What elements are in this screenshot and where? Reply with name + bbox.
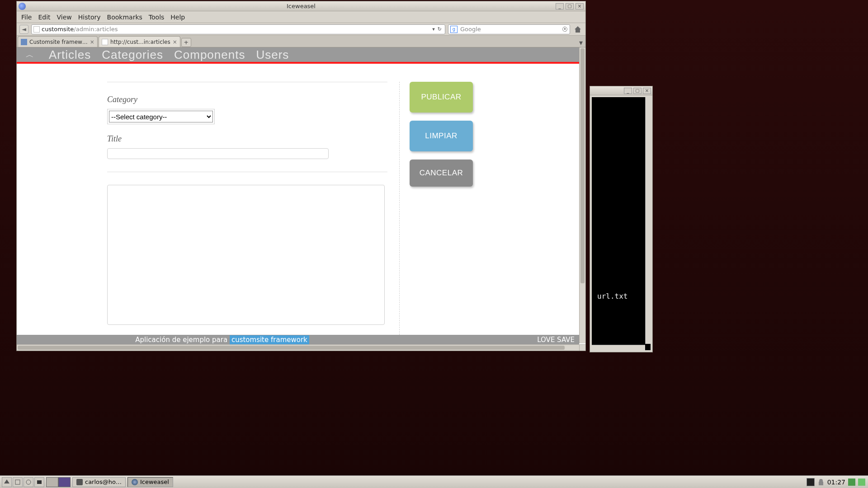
logout-icon[interactable] [858,479,865,486]
publish-button[interactable]: PUBLICAR [410,82,473,113]
search-engine-icon[interactable]: g [450,26,458,33]
form-column: Category --Select category-- Title [107,82,387,335]
nav-components[interactable]: Components [174,48,245,62]
desktop: Iceweasel _ ▢ × File Edit View History B… [0,0,868,488]
menu-view[interactable]: View [57,14,72,21]
url-path: /admin:articles [74,26,118,33]
filename-text: url.txt [597,292,627,300]
task-label: Iceweasel [140,479,169,485]
menubar: File Edit View History Bookmarks Tools H… [17,11,585,23]
launcher-tray [0,477,46,487]
toolbar: ◄ customsite/admin:articles ▾ ↻ g Google… [17,23,585,36]
horizontal-scrollbar[interactable] [17,344,579,351]
nav-categories[interactable]: Categories [102,48,163,62]
search-bar[interactable]: g Google ⦿ [448,24,570,34]
footer-right: LOVE SAVE [537,336,575,344]
tab-favicon-icon [21,39,27,45]
clock[interactable]: 01:27 [827,479,845,486]
vertical-scrollbar[interactable] [579,47,585,343]
scroll-thumb[interactable] [18,346,565,350]
new-tab-button[interactable]: + [181,38,191,47]
nav-articles[interactable]: Articles [49,48,91,62]
menu-history[interactable]: History [78,14,101,21]
svg-rect-2 [37,480,42,484]
file-manager-launcher[interactable] [13,477,23,487]
window-title: Iceweasel [17,3,585,9]
titlebar[interactable]: _ ▢ × [590,86,652,95]
task-terminal[interactable]: carlos@ho… [72,477,126,487]
nav-users[interactable]: Users [256,48,289,62]
iceweasel-window: Iceweasel _ ▢ × File Edit View History B… [16,1,586,351]
home-button[interactable] [573,24,583,34]
footer-text: Aplicación de ejemplo para customsite fr… [135,336,309,344]
page-content: ︿ Articles Categories Components Users C… [17,47,579,344]
terminal-launcher[interactable] [34,477,44,487]
page-favicon-icon [33,26,40,33]
browser-launcher[interactable] [24,477,33,487]
maximize-button[interactable]: ▢ [566,3,574,9]
tab-close-icon[interactable]: × [173,39,177,45]
menu-file[interactable]: File [21,14,32,21]
category-select[interactable]: --Select category-- [109,111,213,122]
menu-tools[interactable]: Tools [149,14,165,21]
close-button[interactable]: × [576,3,584,9]
footer-link[interactable]: customsite framework [230,335,309,344]
admin-nav: ︿ Articles Categories Components Users [17,47,579,64]
tabs-dropdown-icon[interactable]: ▾ [579,38,583,47]
svg-rect-0 [15,480,20,484]
feed-icon[interactable]: ⦿ [562,26,568,33]
tab-label: Customsite framew… [29,39,88,45]
iceweasel-icon [132,479,138,485]
tray-indicator-icon[interactable] [807,478,815,486]
menu-edit[interactable]: Edit [38,14,50,21]
reload-icon[interactable]: ↻ [436,26,443,32]
workspace-2[interactable] [58,477,71,487]
task-iceweasel[interactable]: Iceweasel [127,477,173,487]
system-tray: 01:27 [807,478,868,486]
horizontal-scrollbar[interactable] [592,345,645,350]
back-button[interactable]: ◄ [19,25,28,34]
divider [107,172,387,172]
vertical-scrollbar[interactable] [645,97,651,344]
viewport: ︿ Articles Categories Components Users C… [17,47,585,351]
lock-icon[interactable] [817,479,825,486]
actions-column: PUBLICAR LIMPIAR CANCELAR [399,82,473,335]
tab-close-icon[interactable]: × [90,39,94,45]
cancel-button[interactable]: CANCELAR [410,160,473,187]
workspace-1[interactable] [46,477,58,487]
workspace-pager[interactable] [46,477,71,487]
battery-icon[interactable] [848,479,855,486]
close-button[interactable]: × [643,88,651,94]
tab-2[interactable]: http://cust…in:articles × [99,36,180,47]
url-dropdown-icon[interactable]: ▾ [431,26,436,32]
title-input[interactable] [107,148,329,159]
maximize-button[interactable]: ▢ [633,88,642,94]
category-select-wrap: --Select category-- [107,109,215,124]
collapse-icon[interactable]: ︿ [26,49,34,60]
tab-1[interactable]: Customsite framew… × [18,36,98,47]
taskbar: carlos@ho… Iceweasel 01:27 [0,475,868,488]
tab-strip: Customsite framew… × http://cust…in:arti… [17,36,585,47]
clear-button[interactable]: LIMPIAR [410,121,473,151]
menu-bookmarks[interactable]: Bookmarks [107,14,142,21]
title-label: Title [107,134,387,144]
scroll-thumb[interactable] [580,48,585,283]
url-host: customsite [42,26,74,33]
iceweasel-icon [19,3,26,10]
content-editor[interactable] [107,185,385,325]
scroll-corner [579,344,585,351]
start-menu-button[interactable] [2,477,12,487]
terminal-icon [76,479,83,485]
svg-point-1 [26,480,31,484]
url-bar[interactable]: customsite/admin:articles ▾ ↻ [31,24,445,34]
minimize-button[interactable]: _ [556,3,564,9]
tab-label: http://cust…in:articles [110,39,170,45]
minimize-button[interactable]: _ [624,88,632,94]
editor-area[interactable]: url.txt [590,95,652,352]
menu-help[interactable]: Help [170,14,185,21]
titlebar[interactable]: Iceweasel _ ▢ × [17,1,585,11]
page-footer: Aplicación de ejemplo para customsite fr… [17,335,579,344]
category-label: Category [107,95,387,104]
window-buttons: _ ▢ × [556,3,584,9]
tab-favicon-icon [102,39,108,45]
